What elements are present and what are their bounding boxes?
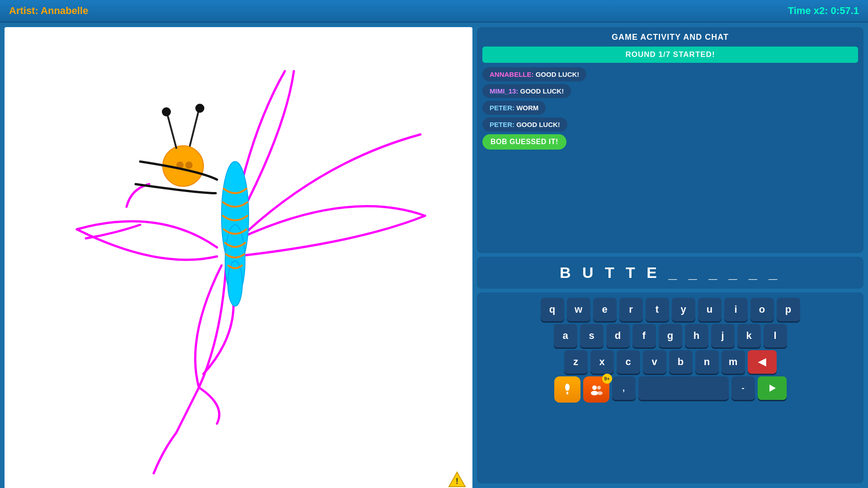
action-row: 9+ , -: [482, 376, 858, 403]
canvas-container: !: [0, 23, 477, 488]
svg-marker-23: [769, 385, 776, 392]
key-m[interactable]: m: [722, 350, 745, 374]
svg-point-17: [565, 384, 570, 391]
report-button[interactable]: [554, 376, 580, 403]
key-o[interactable]: o: [750, 298, 774, 321]
svg-point-22: [597, 391, 603, 395]
right-panel: GAME ACTIVITY AND CHAT ROUND 1/7 STARTED…: [477, 23, 868, 488]
key-t[interactable]: t: [646, 298, 669, 321]
comma-key[interactable]: ,: [612, 376, 636, 400]
drawing-canvas: !: [5, 27, 472, 488]
timer-label: Time x2: 0:57.1: [788, 5, 859, 17]
key-r[interactable]: r: [619, 298, 643, 321]
key-e[interactable]: e: [593, 298, 617, 321]
message-text-3: WORM: [516, 104, 538, 112]
period-key[interactable]: -: [731, 376, 755, 400]
guessed-badge: BOB GUESSED IT!: [482, 134, 566, 150]
key-b[interactable]: b: [669, 350, 693, 374]
svg-point-19: [592, 385, 597, 390]
submit-button[interactable]: [758, 376, 787, 400]
drawing-svg: [5, 27, 472, 488]
key-v[interactable]: v: [643, 350, 666, 374]
svg-text:!: !: [456, 477, 458, 486]
timer-value: 0:57.1: [831, 5, 859, 16]
players-button[interactable]: 9+: [583, 376, 609, 403]
chat-panel: GAME ACTIVITY AND CHAT ROUND 1/7 STARTED…: [477, 27, 863, 253]
key-l[interactable]: l: [764, 324, 787, 347]
username-peter-1: PETER:: [490, 104, 514, 112]
svg-point-5: [185, 162, 193, 169]
keyboard-row-1: q w e r t y u i o p: [482, 298, 858, 321]
key-d[interactable]: d: [606, 324, 630, 347]
key-z[interactable]: z: [564, 350, 588, 374]
artist-name: Annabelle: [41, 5, 88, 16]
key-g[interactable]: g: [659, 324, 682, 347]
round-badge: ROUND 1/7 STARTED!: [482, 47, 858, 63]
chat-message-4: PETER: GOOD LUCK!: [482, 117, 567, 131]
svg-point-9: [195, 104, 204, 113]
svg-line-8: [190, 110, 199, 146]
artist-prefix: Artist:: [9, 5, 38, 16]
key-u[interactable]: u: [698, 298, 722, 321]
key-x[interactable]: x: [590, 350, 614, 374]
top-bar: Artist: Annabelle Time x2: 0:57.1: [0, 0, 868, 23]
key-p[interactable]: p: [777, 298, 800, 321]
keyboard-panel: q w e r t y u i o p a s d f g h j k: [477, 292, 863, 483]
message-text-1: GOOD LUCK!: [536, 70, 580, 78]
key-n[interactable]: n: [695, 350, 719, 374]
chat-message-1: ANNABELLE: GOOD LUCK!: [482, 67, 586, 81]
keyboard-row-3: z x c v b n m ◀: [482, 350, 858, 374]
key-s[interactable]: s: [580, 324, 604, 347]
svg-point-21: [597, 386, 601, 389]
key-w[interactable]: w: [567, 298, 590, 321]
key-c[interactable]: c: [617, 350, 640, 374]
key-k[interactable]: k: [737, 324, 761, 347]
artist-label: Artist: Annabelle: [9, 5, 88, 17]
key-i[interactable]: i: [724, 298, 748, 321]
username-mimi: MIMI_13:: [490, 87, 518, 95]
key-a[interactable]: a: [554, 324, 577, 347]
main-area: ! CANCEL GAME ACTIVITY AND CHAT: [0, 23, 868, 488]
key-f[interactable]: f: [632, 324, 656, 347]
key-q[interactable]: q: [541, 298, 564, 321]
chat-title: GAME ACTIVITY AND CHAT: [482, 33, 858, 42]
key-j[interactable]: j: [711, 324, 735, 347]
message-text-2: GOOD LUCK!: [520, 87, 564, 95]
message-text-4: GOOD LUCK!: [516, 121, 560, 128]
word-display: B U T T E _ _ _ _ _ _: [477, 257, 863, 289]
delete-button[interactable]: ◀: [748, 350, 777, 374]
warning-icon[interactable]: !: [448, 470, 466, 488]
keyboard-row-2: a s d f g h j k l: [482, 324, 858, 347]
chat-message-2: MIMI_13: GOOD LUCK!: [482, 84, 571, 98]
svg-point-7: [162, 108, 171, 117]
svg-line-6: [167, 114, 176, 148]
username-annabelle: ANNABELLE:: [490, 70, 534, 78]
username-peter-2: PETER:: [490, 121, 514, 128]
timer-prefix: Time x2:: [788, 5, 828, 16]
key-y[interactable]: y: [672, 298, 695, 321]
key-h[interactable]: h: [685, 324, 708, 347]
space-key[interactable]: [638, 376, 729, 400]
svg-point-20: [591, 391, 598, 395]
chat-message-3: PETER: WORM: [482, 101, 546, 115]
players-badge: 9+: [602, 374, 612, 384]
svg-rect-18: [566, 392, 568, 394]
